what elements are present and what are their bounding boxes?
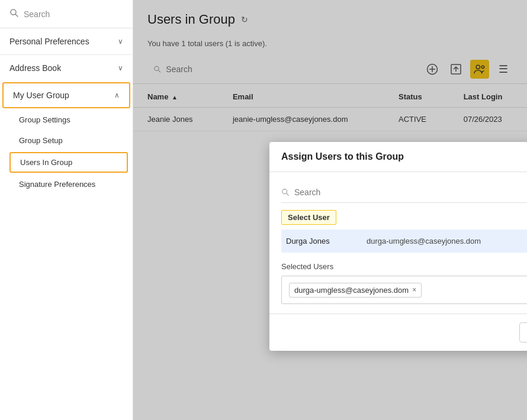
modal-header: Assign Users to this Group × — [269, 142, 527, 172]
sidebar-search[interactable]: Search — [0, 0, 133, 28]
modal-overlay[interactable]: Assign Users to this Group × ☰ — [133, 0, 527, 420]
main-content: Users in Group ↻ You have 1 total users … — [133, 0, 527, 420]
chevron-down-icon: ∨ — [118, 64, 123, 72]
search-icon — [9, 8, 19, 20]
selected-users-section: Selected Users durga-umgless@caseyjones.… — [281, 262, 527, 304]
select-user-header: Select User — [281, 210, 336, 225]
selected-users-box: durga-umgless@caseyjones.dom × — [281, 276, 527, 304]
svg-line-1 — [15, 14, 18, 17]
assign-users-modal: Assign Users to this Group × ☰ — [269, 142, 527, 351]
modal-title: Assign Users to this Group — [281, 151, 404, 162]
sidebar-item-my-user-group[interactable]: My User Group ∧ — [2, 82, 130, 108]
personal-preferences-label: Personal Preferences — [9, 37, 89, 46]
modal-search-icon — [281, 188, 290, 196]
chevron-down-icon: ∨ — [118, 37, 123, 46]
selected-users-label: Selected Users — [281, 262, 527, 271]
sidebar-item-signature-preferences[interactable]: Signature Preferences — [5, 174, 133, 195]
selected-tag: durga-umgless@caseyjones.dom × — [289, 283, 422, 298]
app-container: Search Personal Preferences ∨ Address Bo… — [0, 0, 527, 420]
cancel-button[interactable]: Cancel — [519, 322, 527, 343]
selected-tag-email: durga-umgless@caseyjones.dom — [294, 286, 409, 295]
modal-body: ☰ Select User Durga Jones durga-umgless@… — [269, 172, 527, 314]
modal-user-email: durga-umgless@caseyjones.dom — [367, 237, 521, 245]
modal-footer: Cancel Assign — [269, 314, 527, 351]
users-in-group-label: Users In Group — [20, 158, 72, 167]
sidebar-item-address-book[interactable]: Address Book ∨ — [0, 55, 133, 81]
tag-remove-button[interactable]: × — [412, 286, 416, 294]
modal-search-bar: ☰ — [281, 182, 527, 203]
svg-line-12 — [287, 193, 289, 195]
sidebar-item-personal-preferences[interactable]: Personal Preferences ∨ — [0, 28, 133, 55]
sidebar-item-users-in-group[interactable]: Users In Group — [9, 152, 128, 173]
modal-user-row[interactable]: Durga Jones durga-umgless@caseyjones.dom… — [281, 230, 527, 253]
address-book-label: Address Book — [9, 63, 61, 73]
sidebar: Search Personal Preferences ∨ Address Bo… — [0, 0, 133, 420]
sidebar-item-group-settings[interactable]: Group Settings — [5, 109, 133, 130]
my-user-group-label: My User Group — [13, 91, 69, 100]
modal-user-name: Durga Jones — [286, 237, 357, 245]
sidebar-item-group-setup[interactable]: Group Setup — [5, 130, 133, 151]
chevron-up-icon: ∧ — [114, 91, 120, 99]
sidebar-search-label: Search — [24, 9, 50, 19]
signature-preferences-label: Signature Preferences — [19, 180, 95, 189]
group-setup-label: Group Setup — [19, 136, 63, 145]
sub-nav: Group Settings Group Setup Users In Grou… — [0, 109, 133, 195]
modal-search-input[interactable] — [294, 188, 527, 197]
group-settings-label: Group Settings — [19, 115, 70, 124]
